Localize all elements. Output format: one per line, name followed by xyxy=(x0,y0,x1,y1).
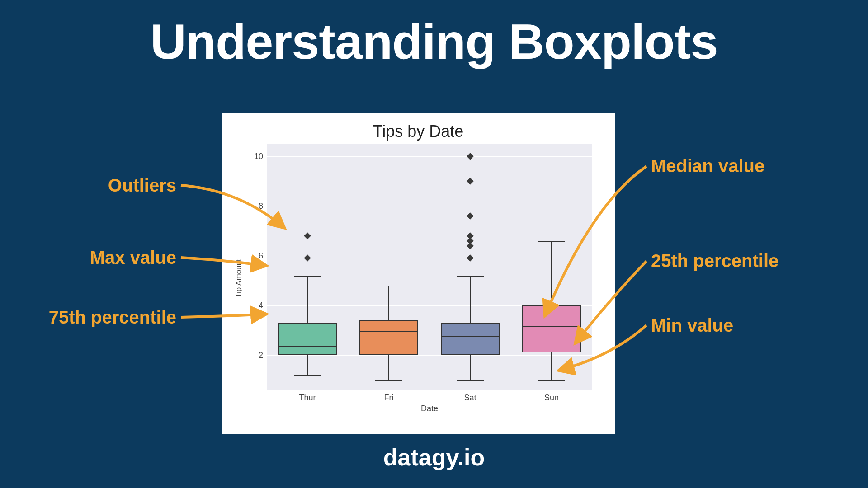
chart-card: Tips by Date Tip Amount Date 246810ThurF… xyxy=(222,113,615,434)
median-line xyxy=(441,336,500,337)
boxplot: Tip Amount Date 246810ThurFriSatSun xyxy=(235,144,601,413)
whisker-cap-upper xyxy=(375,286,402,286)
y-tick-label: 6 xyxy=(259,251,263,260)
whisker-upper xyxy=(307,276,308,323)
median-line xyxy=(278,346,337,347)
plot-area xyxy=(267,144,592,390)
whisker-cap-upper xyxy=(294,276,321,277)
outlier-marker xyxy=(467,153,474,160)
y-axis-label: Tip Amount xyxy=(234,259,243,297)
annotation-median: Median value xyxy=(651,156,764,176)
whisker-cap-lower xyxy=(457,380,484,381)
gridline xyxy=(267,206,592,207)
outlier-marker xyxy=(467,232,474,239)
box xyxy=(441,323,500,355)
outlier-marker xyxy=(467,178,474,185)
outlier-marker xyxy=(467,212,474,220)
whisker-cap-lower xyxy=(375,380,402,381)
x-tick-label: Fri xyxy=(384,393,394,403)
chart-title: Tips by Date xyxy=(231,122,606,141)
whisker-upper xyxy=(470,276,471,323)
gridline xyxy=(267,355,592,356)
gridline xyxy=(267,156,592,157)
outlier-marker xyxy=(304,232,311,239)
footer-brand: datagy.io xyxy=(0,444,868,471)
median-line xyxy=(522,326,581,327)
whisker-lower xyxy=(551,352,552,380)
x-axis-label: Date xyxy=(267,404,592,413)
x-tick-label: Sat xyxy=(464,393,476,403)
x-tick-label: Sun xyxy=(544,393,559,403)
box xyxy=(522,305,581,353)
page-title: Understanding Boxplots xyxy=(0,13,868,70)
whisker-cap-lower xyxy=(538,380,565,381)
annotation-max: Max value xyxy=(54,248,176,268)
box xyxy=(359,320,418,355)
whisker-cap-upper xyxy=(538,241,565,242)
y-tick-label: 10 xyxy=(254,151,263,161)
y-tick-label: 2 xyxy=(259,350,263,360)
whisker-cap-lower xyxy=(294,375,321,376)
whisker-upper xyxy=(551,241,552,305)
y-tick-label: 8 xyxy=(259,201,263,211)
whisker-cap-upper xyxy=(457,276,484,277)
whisker-upper xyxy=(388,286,389,320)
x-tick-label: Thur xyxy=(299,393,316,403)
box xyxy=(278,323,337,355)
y-tick-label: 4 xyxy=(259,300,263,310)
annotation-min: Min value xyxy=(651,315,733,336)
whisker-lower xyxy=(470,355,471,380)
whisker-lower xyxy=(388,355,389,380)
median-line xyxy=(359,331,418,332)
gridline xyxy=(267,256,592,257)
annotation-p25: 25th percentile xyxy=(651,251,778,271)
whisker-lower xyxy=(307,355,308,375)
annotation-p75: 75th percentile xyxy=(18,307,176,328)
annotation-outliers: Outliers xyxy=(68,175,176,196)
